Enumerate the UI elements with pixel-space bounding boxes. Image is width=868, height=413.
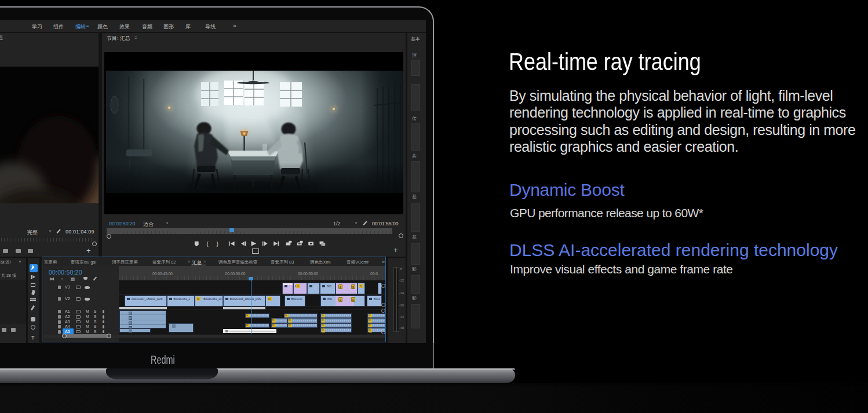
svg-text:}: }: [217, 241, 219, 247]
svg-text:{: {: [206, 241, 209, 247]
